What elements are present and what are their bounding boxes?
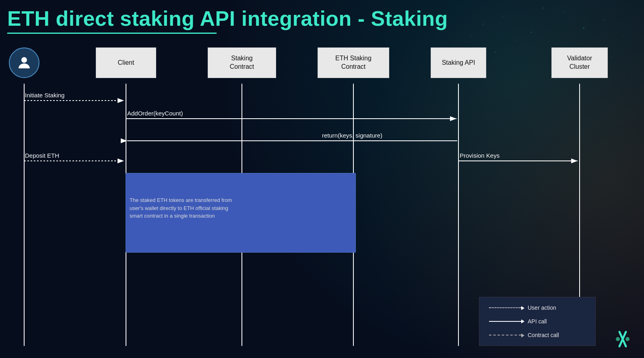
- legend-line-dotted: [489, 307, 521, 308]
- label-deposit-eth: Deposit ETH: [25, 152, 59, 159]
- brand-icon: [613, 329, 633, 349]
- activation-note: The staked ETH tokens are transferred fr…: [130, 196, 234, 220]
- label-initiate-staking: Initiate Staking: [25, 92, 64, 99]
- legend-user-action: User action: [489, 305, 586, 311]
- legend-box: User action API call Contract call: [479, 297, 596, 346]
- label-add-order: AddOrder(keyCount): [127, 110, 183, 117]
- svg-point-4: [616, 337, 620, 341]
- legend-line-dashdot: [489, 335, 521, 335]
- label-return-keys: return(keys, signature): [322, 132, 382, 139]
- legend-contract-call: Contract call: [489, 332, 586, 338]
- svg-point-5: [625, 337, 630, 341]
- legend-line-solid: [489, 321, 521, 322]
- legend-api-call: API call: [489, 318, 586, 325]
- label-provision-keys: Provision Keys: [460, 152, 500, 159]
